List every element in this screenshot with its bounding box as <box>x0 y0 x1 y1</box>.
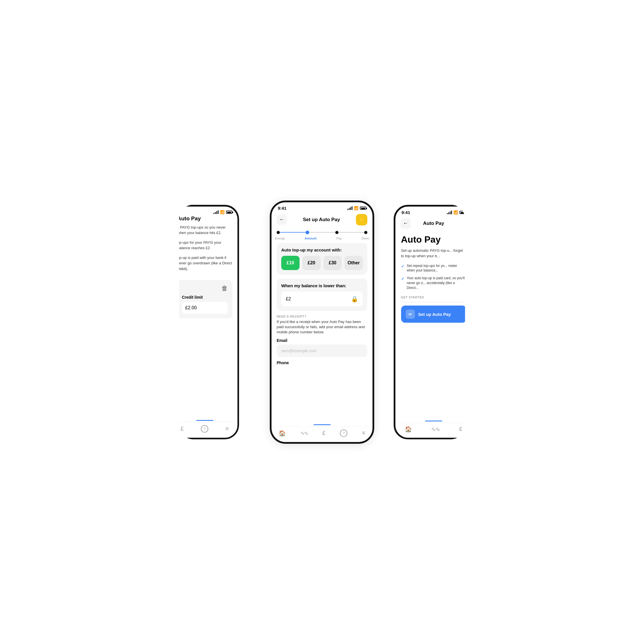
check-text-2: Your auto top-up is paid card, so you'll… <box>407 276 466 290</box>
email-input[interactable]: sam@example.com <box>277 344 367 357</box>
check-text-1: Set repeat top-ups for yo... meter when … <box>407 263 466 273</box>
status-bar-right: 9:41 📶 <box>395 207 472 216</box>
receipt-section-label: NEED A RECEIPT? <box>277 315 367 318</box>
right-phone: 9:41 📶 ← Auto Pay Auto Pay Set up automa… <box>394 205 474 439</box>
nav-item-help[interactable]: ? <box>201 425 208 433</box>
lock-icon: 🔒 <box>351 296 358 302</box>
nav-item-home-center[interactable]: 🏠 <box>279 430 286 437</box>
step-dot-pay <box>335 231 338 234</box>
amount-btn-other[interactable]: Other <box>344 256 363 270</box>
checkmark-2: ✓ <box>401 276 405 282</box>
right-description: Set up automatic PAYG top-u... forget to… <box>401 248 466 259</box>
nav-item-payment-center[interactable]: £ <box>322 430 326 436</box>
nav-title-center: Set up Auto Pay <box>303 217 340 223</box>
nav-item-help-center[interactable]: ? <box>340 429 347 437</box>
balance-card-title: When my balance is lower than: <box>281 283 363 288</box>
progress-steps <box>272 228 372 235</box>
checkmark-1: ✓ <box>401 264 405 270</box>
scroll-content-center: Auto top-up my account with: £10 £20 £30… <box>272 243 372 424</box>
setup-auto-pay-button[interactable]: ∞ Set up Auto Pay <box>401 306 466 323</box>
step-label-pay: Pay <box>336 237 342 240</box>
status-time-right: 9:41 <box>402 210 410 215</box>
check-item-2: ✓ Your auto top-up is paid card, so you'… <box>401 276 466 290</box>
status-time-center: 9:41 <box>278 206 286 211</box>
balance-card: When my balance is lower than: £2 🔒 <box>277 279 367 311</box>
nav-item-usage-center[interactable]: ∿∿ <box>300 430 308 436</box>
center-phone: 9:41 📶 ← Set up Auto Pay ⚡ <box>270 201 374 444</box>
nav-item-payment[interactable]: £ <box>181 425 184 432</box>
back-button-right[interactable]: ← <box>401 218 411 229</box>
amount-options: £10 £20 £30 Other <box>281 256 363 270</box>
amount-card: Auto top-up my account with: £10 £20 £30… <box>277 243 367 275</box>
receipt-description: If you'd like a receipt when your Auto P… <box>277 319 367 335</box>
nav-title-right: Auto Pay <box>423 221 444 226</box>
step-labels: Energy Amount Pay Done <box>272 235 372 243</box>
step-label-done: Done <box>362 237 369 240</box>
step-line-3 <box>338 232 364 233</box>
phone-label: Phone <box>277 360 367 365</box>
check-item-1: ✓ Set repeat top-ups for yo... meter whe… <box>401 263 466 273</box>
left-phone-desc2: op-ups for your PAYG your balance reache… <box>177 240 232 251</box>
balance-value: £2 <box>286 296 291 302</box>
get-started-label: GET STARTED <box>401 296 466 299</box>
status-bar-center: 9:41 📶 <box>272 202 372 212</box>
receipt-section: NEED A RECEIPT? If you'd like a receipt … <box>277 315 367 365</box>
step-dot-energy <box>277 231 280 234</box>
step-label-amount: Amount <box>305 237 317 240</box>
setup-btn-label: Set up Auto Pay <box>418 312 451 317</box>
right-checks: ✓ Set repeat top-ups for yo... meter whe… <box>401 263 466 290</box>
email-label: Email <box>277 338 367 343</box>
step-line-1 <box>280 232 306 233</box>
right-content: Auto Pay Set up automatic PAYG top-u... … <box>395 231 472 421</box>
nav-item-payment-right[interactable]: £ <box>459 426 462 432</box>
balance-input-row: £2 🔒 <box>281 292 363 306</box>
left-credit-section: 🗑 Credit limit £2.00 <box>177 280 232 318</box>
back-button-center[interactable]: ← <box>277 215 287 225</box>
left-phone: 📶 Auto Pay c PAYG top-ups so you never w… <box>171 205 239 439</box>
scene: 📶 Auto Pay c PAYG top-ups so you never w… <box>171 171 474 474</box>
nav-item-home-right[interactable]: 🏠 <box>405 426 412 433</box>
nav-header-center: ← Set up Auto Pay ⚡ <box>272 212 372 228</box>
step-line-2 <box>309 232 335 233</box>
step-label-energy: Energy <box>275 237 285 240</box>
amount-btn-30[interactable]: £30 <box>324 256 342 270</box>
nav-item-usage-right[interactable]: ∿∿ <box>431 426 440 433</box>
credit-label: Credit limit <box>182 295 228 300</box>
nav-item-menu-center[interactable]: ≡ <box>362 430 365 436</box>
left-phone-title: Auto Pay <box>177 215 232 222</box>
left-bottom-nav: £ ? ≡ <box>172 422 237 438</box>
email-placeholder: sam@example.com <box>281 348 317 353</box>
amount-btn-10[interactable]: £10 <box>281 256 300 270</box>
nav-item-menu[interactable]: ≡ <box>225 425 229 432</box>
left-phone-desc3: op-up is paid with your bank ll never go… <box>177 255 232 272</box>
action-button-center[interactable]: ⚡ <box>356 214 367 225</box>
left-phone-desc1: c PAYG top-ups so you never when your ba… <box>177 225 232 236</box>
right-big-title: Auto Pay <box>401 234 466 245</box>
credit-value: £2.00 <box>182 302 228 314</box>
step-dot-done <box>364 231 367 234</box>
delete-icon[interactable]: 🗑 <box>182 285 228 292</box>
nav-header-right: ← Auto Pay <box>395 216 472 231</box>
amount-card-title: Auto top-up my account with: <box>281 247 363 252</box>
bottom-nav-right: 🏠 ∿∿ £ <box>395 423 472 438</box>
setup-btn-icon: ∞ <box>406 310 415 319</box>
bottom-nav-center: 🏠 ∿∿ £ ? ≡ <box>272 426 372 442</box>
step-dot-amount <box>306 231 309 234</box>
amount-btn-20[interactable]: £20 <box>302 256 321 270</box>
